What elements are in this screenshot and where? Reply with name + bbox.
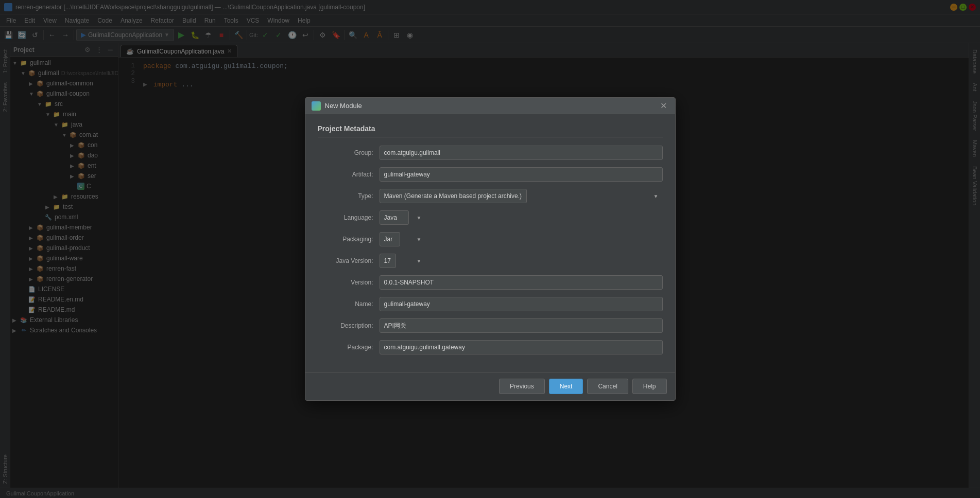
modal-footer: Previous Next Cancel Help	[305, 372, 675, 400]
form-row-artifact: Artifact:	[318, 167, 663, 182]
type-label: Type:	[318, 192, 380, 200]
next-button[interactable]: Next	[549, 379, 583, 394]
package-input[interactable]	[380, 340, 663, 354]
previous-button[interactable]: Previous	[499, 379, 545, 394]
packaging-label: Packaging:	[318, 236, 380, 243]
group-input[interactable]	[380, 146, 663, 160]
modal-title-icon	[312, 101, 321, 111]
modal-titlebar: New Module ✕	[305, 98, 675, 114]
version-input[interactable]	[380, 275, 663, 290]
type-select[interactable]: Maven (Generate a Maven based project ar…	[380, 189, 527, 203]
cancel-button[interactable]: Cancel	[587, 379, 628, 394]
packaging-select[interactable]: Jar War	[380, 232, 400, 246]
java-version-label: Java Version:	[318, 257, 380, 264]
group-label: Group:	[318, 149, 380, 156]
package-label: Package:	[318, 344, 380, 351]
modal-title-text: New Module	[325, 102, 362, 110]
form-row-language: Language: Java Kotlin Groovy	[318, 210, 663, 225]
description-label: Description:	[318, 322, 380, 329]
artifact-label: Artifact:	[318, 171, 380, 178]
form-row-version: Version:	[318, 275, 663, 290]
modal-close-button[interactable]: ✕	[659, 101, 669, 111]
language-select-wrapper: Java Kotlin Groovy	[380, 210, 426, 225]
artifact-input[interactable]	[380, 167, 663, 182]
java-version-select-wrapper: 17 11 8	[380, 254, 426, 268]
version-label: Version:	[318, 279, 380, 286]
language-label: Language:	[318, 214, 380, 221]
form-row-packaging: Packaging: Jar War	[318, 232, 663, 246]
type-select-wrapper: Maven (Generate a Maven based project ar…	[380, 189, 663, 203]
modal-section-title: Project Metadata	[318, 124, 663, 137]
modal-overlay: New Module ✕ Project Metadata Group: Art…	[0, 0, 980, 498]
form-row-type: Type: Maven (Generate a Maven based proj…	[318, 189, 663, 203]
language-select[interactable]: Java Kotlin Groovy	[380, 210, 409, 225]
packaging-select-wrapper: Jar War	[380, 232, 426, 246]
description-input[interactable]	[380, 318, 663, 333]
form-row-java-version: Java Version: 17 11 8	[318, 254, 663, 268]
new-module-dialog: New Module ✕ Project Metadata Group: Art…	[305, 97, 676, 401]
help-button[interactable]: Help	[632, 379, 667, 394]
name-input[interactable]	[380, 297, 663, 311]
form-row-description: Description:	[318, 318, 663, 333]
form-row-package: Package:	[318, 340, 663, 354]
form-row-name: Name:	[318, 297, 663, 311]
name-label: Name:	[318, 300, 380, 308]
form-row-group: Group:	[318, 146, 663, 160]
modal-body: Project Metadata Group: Artifact: Type: …	[305, 114, 675, 372]
java-version-select[interactable]: 17 11 8	[380, 254, 396, 268]
